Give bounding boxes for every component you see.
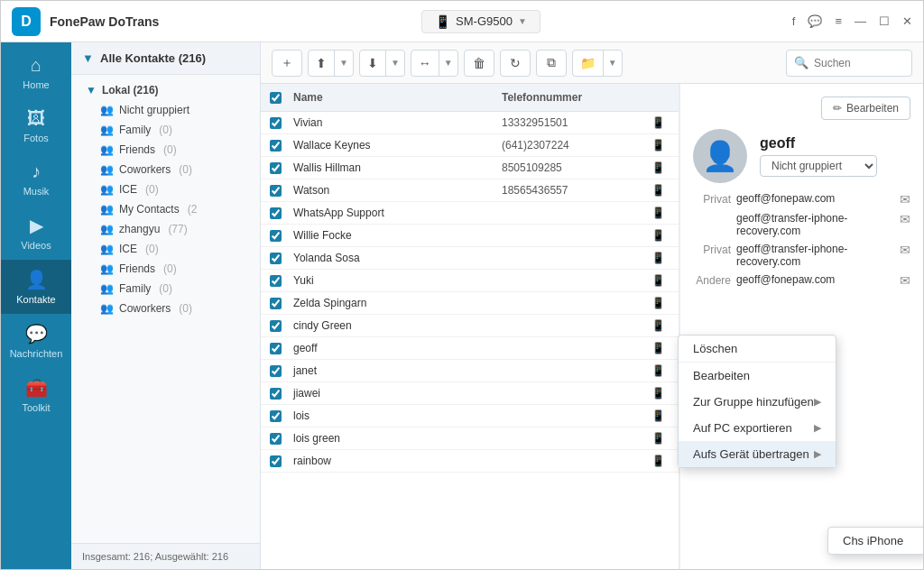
- tree-item-coworkers-2[interactable]: 👥 Coworkers (0): [95, 299, 260, 318]
- app-logo: D: [12, 7, 41, 36]
- row-checkbox[interactable]: [270, 162, 282, 174]
- mail-icon-2[interactable]: ✉: [900, 212, 910, 226]
- row-checkbox[interactable]: [270, 320, 282, 332]
- transfer-arrow-icon: ▶: [814, 448, 821, 460]
- tree-item-coworkers-1[interactable]: 👥 Coworkers (0): [95, 160, 260, 179]
- device-selector[interactable]: 📱 SM-G9500 ▼: [421, 10, 541, 33]
- chat-icon[interactable]: 💬: [808, 14, 822, 28]
- table-row[interactable]: lois 📱: [261, 405, 679, 428]
- music-icon: ♪: [32, 161, 41, 182]
- table-row[interactable]: jiawei 📱: [261, 382, 679, 405]
- row-phone: 8505109285: [502, 161, 646, 174]
- tree-item-ice-2[interactable]: 👥 ICE (0): [95, 239, 260, 259]
- tree-item-friends-1[interactable]: 👥 Friends (0): [95, 140, 260, 160]
- more-dropdown-icon[interactable]: ▼: [604, 58, 622, 68]
- row-checkbox[interactable]: [270, 298, 282, 309]
- row-checkbox[interactable]: [270, 388, 282, 400]
- phone-icon: 📱: [651, 409, 665, 422]
- export-dropdown-icon[interactable]: ▼: [386, 58, 404, 68]
- main-layout: ⌂ Home 🖼 Fotos ♪ Musik ▶ Videos 👤 Kontak…: [1, 42, 923, 569]
- sidebar-label-musik: Musik: [23, 186, 50, 197]
- tree-item-local[interactable]: ▼ Lokal (216): [71, 80, 260, 100]
- close-icon[interactable]: ✕: [902, 14, 912, 28]
- tree-item-nicht-gruppiert[interactable]: 👥 Nicht gruppiert: [95, 100, 260, 120]
- row-checkbox[interactable]: [270, 275, 282, 287]
- duplicate-button[interactable]: ⧉: [536, 50, 567, 77]
- table-row[interactable]: Wallis Hillman 8505109285 📱: [261, 157, 679, 179]
- transfer-dropdown-icon[interactable]: ▼: [439, 58, 457, 68]
- transfer-button[interactable]: ↔ ▼: [411, 50, 458, 77]
- table-row[interactable]: cindy Green 📱: [261, 315, 679, 337]
- table-row[interactable]: lois green 📱: [261, 428, 679, 450]
- table-row[interactable]: WhatsApp Support 📱: [261, 202, 679, 225]
- tree-item-mycontacts[interactable]: 👥 My Contacts (2: [95, 199, 260, 219]
- table-row[interactable]: geoff 📱: [261, 337, 679, 360]
- group-icon: 👥: [100, 183, 114, 196]
- gruppe-arrow-icon: ▶: [814, 396, 821, 408]
- sidebar-item-nachrichten[interactable]: 💬 Nachrichten: [1, 314, 71, 368]
- sidebar-item-home[interactable]: ⌂ Home: [1, 46, 71, 99]
- table-row[interactable]: Watson 18565436557 📱: [261, 179, 679, 202]
- import-dropdown-icon[interactable]: ▼: [335, 58, 353, 68]
- add-button[interactable]: ＋: [272, 50, 302, 77]
- select-all-checkbox[interactable]: [270, 92, 282, 104]
- mail-icon-4[interactable]: ✉: [900, 273, 910, 288]
- tree-item-family-2[interactable]: 👥 Family (0): [95, 279, 260, 299]
- sidebar-item-fotos[interactable]: 🖼 Fotos: [1, 99, 71, 152]
- sidebar-item-kontakte[interactable]: 👤 Kontakte: [1, 260, 71, 314]
- row-checkbox[interactable]: [270, 410, 282, 422]
- search-input[interactable]: [814, 57, 904, 69]
- sidebar-item-videos[interactable]: ▶ Videos: [1, 206, 71, 260]
- context-menu-transfer[interactable]: Aufs Gerät übertragen ▶ Chs iPhone: [679, 441, 836, 467]
- facebook-icon[interactable]: f: [792, 14, 796, 28]
- edit-contact-button[interactable]: ✏ Bearbeiten: [821, 97, 910, 120]
- search-box[interactable]: 🔍: [786, 50, 912, 77]
- row-checkbox[interactable]: [270, 365, 282, 377]
- row-checkbox[interactable]: [270, 230, 282, 242]
- row-checkbox[interactable]: [270, 433, 282, 445]
- row-checkbox[interactable]: [270, 185, 282, 197]
- table-row[interactable]: Yuki 📱: [261, 270, 679, 292]
- tree-item-family-1[interactable]: 👥 Family (0): [95, 120, 260, 140]
- table-row[interactable]: janet 📱: [261, 360, 679, 382]
- context-menu-bearbeiten[interactable]: Bearbeiten: [679, 362, 836, 389]
- group-icon: 👥: [100, 124, 114, 136]
- tree-item-ice-1[interactable]: 👥 ICE (0): [95, 179, 260, 199]
- contact-group-select[interactable]: Nicht gruppiert: [760, 155, 877, 177]
- email-value-3: geoff@transfer-iphone-recovery.com: [736, 243, 891, 268]
- row-checkbox[interactable]: [270, 455, 282, 467]
- table-row[interactable]: Yolanda Sosa 📱: [261, 247, 679, 270]
- table-row[interactable]: rainbow 📱: [261, 450, 679, 473]
- row-action: 📱: [646, 116, 670, 129]
- mail-icon-1[interactable]: ✉: [900, 192, 910, 207]
- delete-button[interactable]: 🗑: [464, 50, 494, 77]
- table-row[interactable]: Zelda Spingarn 📱: [261, 292, 679, 315]
- table-row[interactable]: Vivian 13332951501 📱: [261, 112, 679, 134]
- row-checkbox[interactable]: [270, 117, 282, 129]
- sidebar-item-toolkit[interactable]: 🧰 Toolkit: [1, 368, 71, 422]
- tree-item-friends-2[interactable]: 👥 Friends (0): [95, 259, 260, 279]
- row-checkbox[interactable]: [270, 140, 282, 152]
- row-action: 📱: [646, 184, 670, 197]
- import-button[interactable]: ⬆ ▼: [308, 50, 354, 77]
- all-contacts-header[interactable]: ▼ Alle Kontakte (216): [71, 42, 260, 75]
- row-checkbox[interactable]: [270, 253, 282, 264]
- context-menu-loeschen[interactable]: Löschen: [679, 336, 836, 362]
- menu-icon[interactable]: ≡: [835, 14, 842, 28]
- submenu-chs-iphone[interactable]: Chs iPhone: [828, 528, 923, 554]
- row-checkbox[interactable]: [270, 343, 282, 354]
- table-row[interactable]: Willie Focke 📱: [261, 225, 679, 247]
- mail-icon-3[interactable]: ✉: [900, 243, 910, 257]
- tree-item-zhangyu[interactable]: 👥 zhangyu (77): [95, 219, 260, 239]
- more-button[interactable]: 📁 ▼: [572, 50, 623, 77]
- sidebar-item-musik[interactable]: ♪ Musik: [1, 152, 71, 206]
- row-name: Watson: [293, 184, 502, 197]
- row-checkbox[interactable]: [270, 207, 282, 219]
- refresh-button[interactable]: ↻: [500, 50, 531, 77]
- minimize-icon[interactable]: —: [855, 14, 866, 28]
- table-row[interactable]: Wallace Keynes (641)2307224 📱: [261, 134, 679, 157]
- context-menu-export[interactable]: Auf PC exportieren ▶: [679, 415, 836, 441]
- export-button[interactable]: ⬇ ▼: [359, 50, 405, 77]
- maximize-icon[interactable]: ☐: [879, 14, 890, 28]
- context-menu-gruppe[interactable]: Zur Gruppe hinzufügen ▶: [679, 389, 836, 415]
